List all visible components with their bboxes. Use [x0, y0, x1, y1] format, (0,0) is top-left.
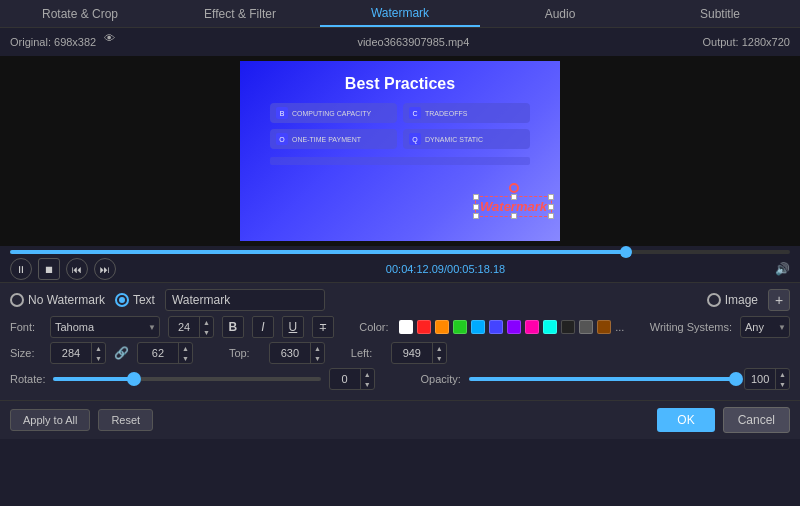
- ok-button[interactable]: OK: [657, 408, 714, 432]
- font-size-input[interactable]: [169, 321, 199, 333]
- resize-handle-tc[interactable]: [511, 194, 517, 200]
- top-up[interactable]: ▲: [311, 343, 324, 353]
- left-label: Left:: [351, 347, 383, 359]
- no-watermark-radio[interactable]: [10, 293, 24, 307]
- font-select[interactable]: Tahoma: [50, 316, 160, 338]
- resize-handle-tl[interactable]: [473, 194, 479, 200]
- rotate-slider-track[interactable]: [53, 377, 320, 381]
- color-pink[interactable]: [525, 320, 539, 334]
- font-size-up[interactable]: ▲: [200, 317, 213, 327]
- size-width-spinbox[interactable]: ▲ ▼: [50, 342, 106, 364]
- size-height-input[interactable]: [138, 347, 178, 359]
- progress-thumb[interactable]: [620, 246, 632, 258]
- color-purple[interactable]: [507, 320, 521, 334]
- resize-handle-tr[interactable]: [548, 194, 554, 200]
- color-gray[interactable]: [579, 320, 593, 334]
- rotate-spinbox[interactable]: ▲ ▼: [329, 368, 375, 390]
- size-width-down[interactable]: ▼: [92, 353, 105, 363]
- rotate-up[interactable]: ▲: [361, 369, 374, 379]
- watermark-text-input[interactable]: [165, 289, 325, 311]
- resize-handle-br[interactable]: [548, 213, 554, 219]
- font-size-down[interactable]: ▼: [200, 327, 213, 337]
- font-select-wrapper[interactable]: Tahoma: [50, 316, 160, 338]
- left-spinbox[interactable]: ▲ ▼: [391, 342, 447, 364]
- add-image-button[interactable]: +: [768, 289, 790, 311]
- rotate-slider-container: [53, 377, 320, 381]
- left-up[interactable]: ▲: [433, 343, 446, 353]
- opacity-up[interactable]: ▲: [776, 369, 789, 379]
- top-input[interactable]: [270, 347, 310, 359]
- writing-system-select[interactable]: Any: [740, 316, 790, 338]
- next-button[interactable]: ⏭: [94, 258, 116, 280]
- link-dimensions-icon[interactable]: 🔗: [114, 346, 129, 360]
- opacity-down[interactable]: ▼: [776, 379, 789, 389]
- cancel-button[interactable]: Cancel: [723, 407, 790, 433]
- color-black[interactable]: [561, 320, 575, 334]
- resize-handle-bl[interactable]: [473, 213, 479, 219]
- opacity-slider-track[interactable]: [469, 377, 736, 381]
- writing-system-select-wrapper[interactable]: Any: [740, 316, 790, 338]
- image-watermark-radio[interactable]: [707, 293, 721, 307]
- opacity-input[interactable]: [745, 373, 775, 385]
- color-cyan[interactable]: [471, 320, 485, 334]
- tab-watermark[interactable]: Watermark: [320, 0, 480, 27]
- tab-audio[interactable]: Audio: [480, 0, 640, 27]
- size-width-input[interactable]: [51, 347, 91, 359]
- resize-handle-bc[interactable]: [511, 213, 517, 219]
- tab-rotate-crop[interactable]: Rotate & Crop: [0, 0, 160, 27]
- video-info-row: Original: 698x382 👁 video3663907985.mp4 …: [0, 28, 800, 56]
- progress-bar[interactable]: [10, 250, 790, 254]
- apply-to-all-button[interactable]: Apply to All: [10, 409, 90, 431]
- more-colors-button[interactable]: ...: [615, 321, 624, 333]
- rotate-label: Rotate:: [10, 373, 45, 385]
- rotate-down[interactable]: ▼: [361, 379, 374, 389]
- reset-button[interactable]: Reset: [98, 409, 153, 431]
- size-height-up[interactable]: ▲: [179, 343, 192, 353]
- text-watermark-label: Text: [133, 293, 155, 307]
- left-down[interactable]: ▼: [433, 353, 446, 363]
- opacity-spinbox[interactable]: ▲ ▼: [744, 368, 790, 390]
- prev-button[interactable]: ⏮: [66, 258, 88, 280]
- strikethrough-button[interactable]: T̶: [312, 316, 334, 338]
- bold-button[interactable]: B: [222, 316, 244, 338]
- size-height-spinbox[interactable]: ▲ ▼: [137, 342, 193, 364]
- watermark-overlay[interactable]: Watermark: [475, 196, 552, 217]
- eye-icon[interactable]: 👁: [104, 32, 124, 52]
- opacity-slider-thumb[interactable]: [729, 372, 743, 386]
- tab-effect-filter[interactable]: Effect & Filter: [160, 0, 320, 27]
- color-teal[interactable]: [543, 320, 557, 334]
- volume-icon[interactable]: 🔊: [775, 262, 790, 276]
- font-size-spinbox[interactable]: ▲ ▼: [168, 316, 214, 338]
- tab-subtitle[interactable]: Subtitle: [640, 0, 800, 27]
- pause-button[interactable]: ⏸: [10, 258, 32, 280]
- video-container: Best Practices B COMPUTING CAPACITY C TR…: [0, 56, 800, 246]
- stop-button[interactable]: ⏹: [38, 258, 60, 280]
- text-watermark-option[interactable]: Text: [115, 293, 155, 307]
- rotate-slider-fill: [53, 377, 133, 381]
- list-item: Q DYNAMIC STATIC: [403, 129, 530, 149]
- text-watermark-radio[interactable]: [115, 293, 129, 307]
- italic-button[interactable]: I: [252, 316, 274, 338]
- resize-handle-ml[interactable]: [473, 204, 479, 210]
- top-spinbox[interactable]: ▲ ▼: [269, 342, 325, 364]
- watermark-controls: No Watermark Text Image + Font: Tahoma ▲…: [0, 282, 800, 400]
- rotate-handle[interactable]: [509, 183, 519, 193]
- color-red[interactable]: [417, 320, 431, 334]
- color-orange[interactable]: [435, 320, 449, 334]
- no-watermark-option[interactable]: No Watermark: [10, 293, 105, 307]
- top-down[interactable]: ▼: [311, 353, 324, 363]
- controls-row: ⏸ ⏹ ⏮ ⏭ 00:04:12.09/00:05:18.18 🔊: [10, 258, 790, 280]
- underline-button[interactable]: U: [282, 316, 304, 338]
- resize-handle-mr[interactable]: [548, 204, 554, 210]
- image-watermark-option[interactable]: Image: [707, 293, 758, 307]
- color-blue[interactable]: [489, 320, 503, 334]
- size-height-down[interactable]: ▼: [179, 353, 192, 363]
- color-green[interactable]: [453, 320, 467, 334]
- font-size-arrows[interactable]: ▲ ▼: [199, 317, 213, 337]
- size-width-up[interactable]: ▲: [92, 343, 105, 353]
- color-white[interactable]: [399, 320, 413, 334]
- color-brown[interactable]: [597, 320, 611, 334]
- rotate-input[interactable]: [330, 373, 360, 385]
- rotate-slider-thumb[interactable]: [127, 372, 141, 386]
- left-input[interactable]: [392, 347, 432, 359]
